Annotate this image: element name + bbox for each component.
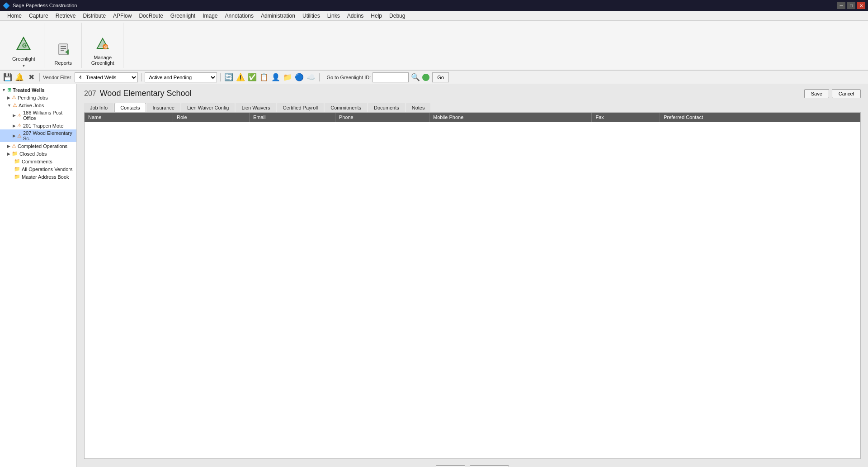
menubar: Home Capture Retrieve Distribute APFlow … [0, 11, 868, 21]
save-toolbar-button[interactable]: 💾 [3, 72, 13, 82]
restore-button[interactable]: □ [847, 2, 855, 9]
menu-home[interactable]: Home [4, 12, 25, 20]
toolbar: 💾 🔔 ✖ Vendor Filter 4 - Treated Wells Ac… [0, 71, 868, 84]
menu-apflow[interactable]: APFlow [109, 12, 135, 20]
menu-addins[interactable]: Addins [344, 12, 368, 20]
greenlight-ribbon-label: Greenlight [12, 56, 35, 62]
menu-docroute[interactable]: DocRoute [135, 12, 166, 20]
job201-warning-icon: ⚠ [17, 123, 22, 129]
tree-root-item[interactable]: ▼ ⊞ Treated Wells [0, 86, 76, 94]
remove-contact-button[interactable]: ⊖ Remove [470, 465, 509, 467]
job201-collapse-icon: ▶ [13, 124, 16, 128]
close-button[interactable]: ✕ [857, 2, 865, 9]
manage-greenlight-ribbon-icon: ⚙ [96, 38, 109, 53]
ribbon-group-manage: ⚙ ManageGreenlight [83, 23, 123, 68]
status-indicator [422, 74, 429, 81]
col-fax: Fax [592, 113, 660, 122]
col-preferred-contact: Preferred Contact [660, 113, 860, 122]
tab-contacts[interactable]: Contacts [114, 103, 146, 112]
tab-lien-waiver-config[interactable]: Lien Waiver Config [181, 103, 235, 112]
warning-icon-btn[interactable]: ⚠️ [236, 72, 245, 82]
menu-utilities[interactable]: Utilities [299, 12, 324, 20]
sidebar-item-completed-ops[interactable]: ▶ ⚠ Completed Operations [0, 142, 76, 150]
tab-certified-payroll[interactable]: Certified Payroll [277, 103, 324, 112]
minimize-button[interactable]: ─ [837, 2, 845, 9]
filter-select[interactable]: Active and Pending All Active Pending Cl… [145, 72, 217, 82]
greenlight-id-input[interactable] [373, 72, 409, 82]
sidebar-item-commitments[interactable]: 📁 Commitments [0, 157, 76, 165]
sidebar-item-master-address[interactable]: 📁 Master Address Book [0, 173, 76, 181]
sidebar-item-job-186[interactable]: ▶ ⚠ 186 Williams Post Office [0, 109, 76, 122]
go-button[interactable]: Go [432, 72, 449, 82]
dropdown-arrow-icon: ▼ [22, 64, 25, 68]
menu-image[interactable]: Image [199, 12, 221, 20]
ribbon-reports-button[interactable]: Reports [50, 41, 77, 68]
toolbar-separator-3 [220, 73, 221, 81]
search-icon-btn[interactable]: 🔍 [410, 72, 420, 82]
sidebar-item-job-201[interactable]: ▶ ⚠ 201 Trappen Motel [0, 122, 76, 129]
active-jobs-label: Active Jobs [19, 103, 44, 108]
greenlight-id-label: Go to Greenlight ID: [326, 75, 371, 80]
job207-warning-icon: ⚠ [17, 133, 22, 139]
sidebar-item-job-207[interactable]: ▶ ⚠ 207 Wood Elementary Sc... [0, 129, 76, 142]
cloud-icon-btn[interactable]: ☁️ [306, 72, 316, 82]
ribbon-manage-greenlight-button[interactable]: ⚙ ManageGreenlight [87, 35, 118, 68]
sidebar-item-all-ops-vendors[interactable]: 📁 All Operations Vendors [0, 165, 76, 173]
main-area: ▼ ⊞ Treated Wells ▶ ⚠ Pending Jobs ▼ ⚠ A… [0, 84, 868, 467]
tab-commitments[interactable]: Commitments [325, 103, 367, 112]
tab-notes[interactable]: Notes [406, 103, 431, 112]
toolbar-separator-2 [141, 73, 142, 81]
doc-icon-btn[interactable]: 📋 [259, 72, 269, 82]
contacts-table-header: Name Role Email Phone Mobile Phone Fax P… [85, 113, 860, 122]
pending-warning-icon: ⚠ [12, 95, 16, 100]
commitments-folder-icon: 📁 [14, 158, 20, 164]
toolbar-separator-4 [319, 73, 320, 81]
ribbon-group-reports: Reports [45, 23, 82, 68]
titlebar: 🔷 Sage Paperless Construction ─ □ ✕ [0, 0, 868, 11]
ribbon-group-main: G Greenlight ▼ [4, 23, 44, 68]
sidebar-item-closed-jobs[interactable]: ▶ 📁 Closed Jobs [0, 150, 76, 157]
tab-job-info[interactable]: Job Info [84, 103, 113, 112]
sidebar-item-pending-jobs[interactable]: ▶ ⚠ Pending Jobs [0, 94, 76, 101]
save-button[interactable]: Save [804, 89, 829, 98]
col-phone: Phone [335, 113, 429, 122]
job207-label: 207 Wood Elementary Sc... [23, 130, 75, 141]
tab-lien-waivers[interactable]: Lien Waivers [236, 103, 276, 112]
user-icon-btn[interactable]: 👤 [271, 72, 281, 82]
cancel-button[interactable]: Cancel [832, 89, 861, 98]
ribbon-dropdown: ▼ [22, 64, 25, 68]
clear-button[interactable]: ✖ [26, 72, 36, 82]
tab-documents[interactable]: Documents [368, 103, 405, 112]
menu-capture[interactable]: Capture [25, 12, 52, 20]
menu-links[interactable]: Links [324, 12, 344, 20]
ribbon-greenlight-button[interactable]: G Greenlight [8, 34, 39, 64]
sidebar-item-active-jobs[interactable]: ▼ ⚠ Active Jobs [0, 101, 76, 109]
blue-icon-btn[interactable]: 🔵 [294, 72, 304, 82]
master-address-label: Master Address Book [22, 174, 69, 180]
commitments-label: Commitments [22, 159, 52, 164]
refresh-icon-btn[interactable]: 🔄 [224, 72, 234, 82]
pending-collapse-icon: ▶ [7, 95, 10, 100]
vault-select[interactable]: 4 - Treated Wells [75, 72, 138, 82]
tab-insurance[interactable]: Insurance [147, 103, 180, 112]
bell-button[interactable]: 🔔 [14, 72, 24, 82]
content-area: 207 Wood Elementary School Save Cancel J… [77, 84, 868, 467]
manage-greenlight-ribbon-label: ManageGreenlight [91, 55, 114, 66]
reports-ribbon-icon [57, 43, 70, 58]
menu-retrieve[interactable]: Retrieve [52, 12, 80, 20]
app-icon: 🔷 [3, 2, 10, 9]
check-icon-btn[interactable]: ✅ [247, 72, 257, 82]
active-warning-icon: ⚠ [13, 102, 17, 108]
folder-icon-btn[interactable]: 📁 [283, 72, 292, 82]
job-number: 207 [84, 90, 96, 98]
closed-folder-icon: 📁 [12, 151, 18, 157]
menu-debug[interactable]: Debug [386, 12, 409, 20]
address-folder-icon: 📁 [14, 174, 20, 180]
menu-distribute[interactable]: Distribute [79, 12, 109, 20]
menu-administration[interactable]: Administration [257, 12, 299, 20]
menu-greenlight[interactable]: Greenlight [167, 12, 199, 20]
svg-text:⚙: ⚙ [104, 45, 108, 49]
menu-annotations[interactable]: Annotations [222, 12, 257, 20]
add-contact-button[interactable]: ⊕ Add [436, 465, 466, 467]
menu-help[interactable]: Help [367, 12, 386, 20]
